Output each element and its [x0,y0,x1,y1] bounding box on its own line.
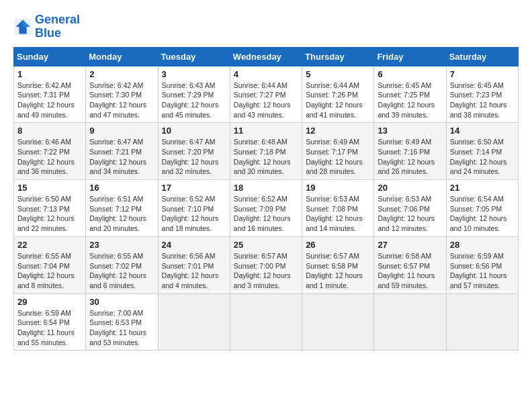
day-number: 1 [17,69,82,79]
day-info: Sunrise: 6:44 AM Sunset: 7:27 PM Dayligh… [234,81,298,120]
day-info: Sunrise: 6:59 AM Sunset: 6:54 PM Dayligh… [17,308,82,348]
day-number: 5 [306,69,370,79]
day-cell-5: 5Sunrise: 6:44 AM Sunset: 7:26 PM Daylig… [302,66,374,123]
day-cell-27: 27Sunrise: 6:58 AM Sunset: 6:57 PM Dayli… [374,236,446,293]
day-number: 23 [89,240,154,250]
day-info: Sunrise: 6:55 AM Sunset: 7:04 PM Dayligh… [17,251,82,291]
day-number: 12 [306,126,370,136]
day-info: Sunrise: 6:58 AM Sunset: 6:57 PM Dayligh… [378,251,442,291]
day-cell-21: 21Sunrise: 6:54 AM Sunset: 7:05 PM Dayli… [446,180,518,237]
day-number: 15 [17,183,82,193]
day-info: Sunrise: 6:49 AM Sunset: 7:17 PM Dayligh… [306,137,370,177]
day-number: 28 [450,240,515,250]
logo-icon [13,17,32,36]
day-cell-19: 19Sunrise: 6:53 AM Sunset: 7:08 PM Dayli… [302,180,374,237]
day-cell-9: 9Sunrise: 6:47 AM Sunset: 7:21 PM Daylig… [86,123,158,180]
day-cell-20: 20Sunrise: 6:53 AM Sunset: 7:06 PM Dayli… [374,180,446,237]
day-cell-22: 22Sunrise: 6:55 AM Sunset: 7:04 PM Dayli… [14,236,86,293]
day-number: 13 [378,126,442,136]
day-number: 29 [17,297,82,307]
day-info: Sunrise: 6:57 AM Sunset: 6:58 PM Dayligh… [306,251,370,291]
day-cell-30: 30Sunrise: 7:00 AM Sunset: 6:53 PM Dayli… [86,293,158,351]
day-cell-29: 29Sunrise: 6:59 AM Sunset: 6:54 PM Dayli… [14,293,86,351]
day-info: Sunrise: 6:47 AM Sunset: 7:21 PM Dayligh… [89,137,154,177]
day-number: 4 [234,69,298,79]
calendar-week-5: 29Sunrise: 6:59 AM Sunset: 6:54 PM Dayli… [14,293,519,351]
calendar-week-3: 15Sunrise: 6:50 AM Sunset: 7:13 PM Dayli… [14,180,519,237]
day-info: Sunrise: 6:49 AM Sunset: 7:16 PM Dayligh… [378,137,442,177]
day-info: Sunrise: 7:00 AM Sunset: 6:53 PM Dayligh… [89,308,154,348]
day-number: 27 [378,240,442,250]
day-cell-12: 12Sunrise: 6:49 AM Sunset: 7:17 PM Dayli… [302,123,374,180]
calendar-week-4: 22Sunrise: 6:55 AM Sunset: 7:04 PM Dayli… [14,236,519,293]
day-info: Sunrise: 6:52 AM Sunset: 7:09 PM Dayligh… [234,194,298,234]
day-number: 19 [306,183,370,193]
day-number: 16 [89,183,154,193]
day-cell-4: 4Sunrise: 6:44 AM Sunset: 7:27 PM Daylig… [230,66,302,123]
day-info: Sunrise: 6:42 AM Sunset: 7:30 PM Dayligh… [89,81,154,120]
day-info: Sunrise: 6:42 AM Sunset: 7:31 PM Dayligh… [17,81,82,120]
logo-text: General Blue [35,13,80,40]
calendar-header: SundayMondayTuesdayWednesdayThursdayFrid… [14,47,519,66]
day-number: 7 [450,69,515,79]
day-info: Sunrise: 6:51 AM Sunset: 7:12 PM Dayligh… [89,194,154,234]
day-cell-28: 28Sunrise: 6:59 AM Sunset: 6:56 PM Dayli… [446,236,518,293]
calendar-body: 1Sunrise: 6:42 AM Sunset: 7:31 PM Daylig… [14,66,519,351]
day-number: 6 [378,69,442,79]
day-cell-13: 13Sunrise: 6:49 AM Sunset: 7:16 PM Dayli… [374,123,446,180]
day-cell-10: 10Sunrise: 6:47 AM Sunset: 7:20 PM Dayli… [158,123,230,180]
day-number: 26 [306,240,370,250]
day-cell-14: 14Sunrise: 6:50 AM Sunset: 7:14 PM Dayli… [446,123,518,180]
day-info: Sunrise: 6:50 AM Sunset: 7:13 PM Dayligh… [17,194,82,234]
day-number: 11 [234,126,298,136]
calendar-week-2: 8Sunrise: 6:46 AM Sunset: 7:22 PM Daylig… [14,123,519,180]
day-number: 22 [17,240,82,250]
day-cell-1: 1Sunrise: 6:42 AM Sunset: 7:31 PM Daylig… [14,66,86,123]
day-number: 10 [162,126,226,136]
weekday-thursday: Thursday [302,47,374,66]
calendar-table: SundayMondayTuesdayWednesdayThursdayFrid… [13,47,519,351]
day-info: Sunrise: 6:46 AM Sunset: 7:22 PM Dayligh… [17,137,82,177]
day-number: 25 [234,240,298,250]
day-cell-2: 2Sunrise: 6:42 AM Sunset: 7:30 PM Daylig… [86,66,158,123]
weekday-header-row: SundayMondayTuesdayWednesdayThursdayFrid… [14,47,519,66]
day-cell-15: 15Sunrise: 6:50 AM Sunset: 7:13 PM Dayli… [14,180,86,237]
day-cell-26: 26Sunrise: 6:57 AM Sunset: 6:58 PM Dayli… [302,236,374,293]
day-info: Sunrise: 6:54 AM Sunset: 7:05 PM Dayligh… [450,194,515,234]
day-info: Sunrise: 6:56 AM Sunset: 7:01 PM Dayligh… [162,251,226,291]
empty-cell [230,293,302,351]
day-number: 3 [162,69,226,79]
day-info: Sunrise: 6:50 AM Sunset: 7:14 PM Dayligh… [450,137,515,177]
day-cell-17: 17Sunrise: 6:52 AM Sunset: 7:10 PM Dayli… [158,180,230,237]
day-info: Sunrise: 6:52 AM Sunset: 7:10 PM Dayligh… [162,194,226,234]
day-info: Sunrise: 6:48 AM Sunset: 7:18 PM Dayligh… [234,137,298,177]
day-cell-8: 8Sunrise: 6:46 AM Sunset: 7:22 PM Daylig… [14,123,86,180]
weekday-tuesday: Tuesday [158,47,230,66]
day-info: Sunrise: 6:44 AM Sunset: 7:26 PM Dayligh… [306,81,370,120]
day-number: 24 [162,240,226,250]
day-number: 20 [378,183,442,193]
day-number: 30 [89,297,154,307]
day-info: Sunrise: 6:57 AM Sunset: 7:00 PM Dayligh… [234,251,298,291]
day-info: Sunrise: 6:53 AM Sunset: 7:06 PM Dayligh… [378,194,442,234]
day-number: 8 [17,126,82,136]
day-number: 14 [450,126,515,136]
day-info: Sunrise: 6:55 AM Sunset: 7:02 PM Dayligh… [89,251,154,291]
day-number: 17 [162,183,226,193]
day-cell-18: 18Sunrise: 6:52 AM Sunset: 7:09 PM Dayli… [230,180,302,237]
day-info: Sunrise: 6:53 AM Sunset: 7:08 PM Dayligh… [306,194,370,234]
day-number: 21 [450,183,515,193]
logo: General Blue [13,13,80,40]
weekday-monday: Monday [86,47,158,66]
weekday-friday: Friday [374,47,446,66]
day-cell-25: 25Sunrise: 6:57 AM Sunset: 7:00 PM Dayli… [230,236,302,293]
day-info: Sunrise: 6:47 AM Sunset: 7:20 PM Dayligh… [162,137,226,177]
weekday-wednesday: Wednesday [230,47,302,66]
day-info: Sunrise: 6:43 AM Sunset: 7:29 PM Dayligh… [162,81,226,120]
day-number: 9 [89,126,154,136]
day-cell-6: 6Sunrise: 6:45 AM Sunset: 7:25 PM Daylig… [374,66,446,123]
empty-cell [374,293,446,351]
day-cell-11: 11Sunrise: 6:48 AM Sunset: 7:18 PM Dayli… [230,123,302,180]
calendar-week-1: 1Sunrise: 6:42 AM Sunset: 7:31 PM Daylig… [14,66,519,123]
day-cell-24: 24Sunrise: 6:56 AM Sunset: 7:01 PM Dayli… [158,236,230,293]
